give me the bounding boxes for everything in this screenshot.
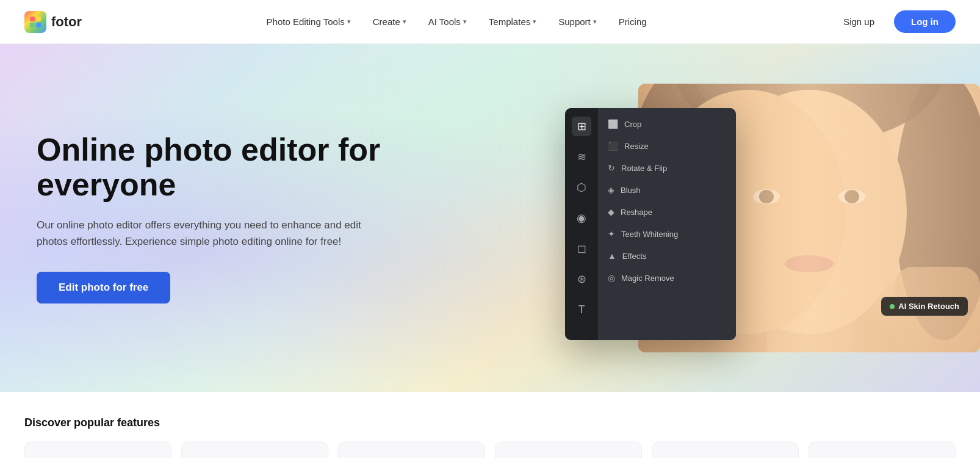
bottom-section: Discover popular features Create a desig… <box>0 392 980 458</box>
editor-mockup: AI Skin Retouch ⊞ ≋ ⬡ ◉ ◻ ⊛ T ⬜ Crop <box>565 84 980 352</box>
svg-point-11 <box>712 90 907 334</box>
feature-cards: Create a design Make a collage Enhance p… <box>24 442 956 458</box>
signup-button[interactable]: Sign up <box>831 11 887 32</box>
hero-subtitle: Our online photo editor offers everythin… <box>37 217 378 250</box>
resize-icon: ⬛ <box>608 141 618 151</box>
sidebar-grid-icon[interactable]: ⊞ <box>572 117 591 136</box>
sidebar-adjust-icon[interactable]: ≋ <box>572 147 591 167</box>
ai-skin-retouch-badge: AI Skin Retouch <box>881 297 968 316</box>
nav-photo-editing-tools[interactable]: Photo Editing Tools ▾ <box>258 12 359 32</box>
svg-point-17 <box>785 255 834 272</box>
feature-card-make-collage[interactable]: Make a collage <box>181 442 328 458</box>
reshape-icon: ◆ <box>608 207 614 217</box>
menu-item-effects[interactable]: ▲ Effects <box>598 245 736 267</box>
logo-text: fotor <box>51 14 82 30</box>
menu-label-teeth: Teeth Whitening <box>621 230 678 239</box>
svg-rect-1 <box>36 16 41 21</box>
menu-item-teeth[interactable]: ✦ Teeth Whitening <box>598 223 736 245</box>
magic-icon: ◎ <box>608 273 615 283</box>
hero-title: Online photo editor for everyone <box>37 133 403 202</box>
feature-card-remove-bg[interactable]: Remove background <box>495 442 642 458</box>
hero-image-area: AI Skin Retouch ⊞ ≋ ⬡ ◉ ◻ ⊛ T ⬜ Crop <box>553 44 980 392</box>
sidebar-beauty-icon[interactable]: ⬡ <box>572 178 591 197</box>
feature-card-ai-image-gen[interactable]: AI image generator <box>809 442 956 458</box>
nav-pricing[interactable]: Pricing <box>610 12 655 32</box>
rotate-icon: ↻ <box>608 163 615 173</box>
svg-rect-0 <box>30 16 35 21</box>
sidebar-eye-icon[interactable]: ◉ <box>572 208 591 228</box>
menu-label-crop: Crop <box>624 120 641 129</box>
menu-item-magic[interactable]: ◎ Magic Remove <box>598 267 736 289</box>
blush-icon: ◈ <box>608 185 614 195</box>
discover-title: Discover popular features <box>24 416 956 429</box>
teeth-icon: ✦ <box>608 229 615 239</box>
panel-menu: ⬜ Crop ⬛ Resize ↻ Rotate & Flip ◈ Blush <box>598 108 736 340</box>
edit-photo-cta-button[interactable]: Edit photo for free <box>37 272 170 304</box>
nav-create[interactable]: Create ▾ <box>364 12 415 32</box>
svg-point-14 <box>759 190 774 203</box>
menu-item-reshape[interactable]: ◆ Reshape <box>598 201 736 223</box>
menu-label-magic: Magic Remove <box>621 274 674 283</box>
ai-badge-label: AI Skin Retouch <box>898 302 959 311</box>
svg-point-13 <box>753 189 780 204</box>
nav-support[interactable]: Support ▾ <box>550 12 605 32</box>
nav-ai-tools[interactable]: AI Tools ▾ <box>420 12 475 32</box>
nav-templates[interactable]: Templates ▾ <box>480 12 545 32</box>
menu-label-resize: Resize <box>624 142 649 151</box>
menu-item-blush[interactable]: ◈ Blush <box>598 179 736 201</box>
feature-card-create-design[interactable]: Create a design <box>24 442 171 458</box>
chevron-down-icon: ▾ <box>347 18 351 26</box>
sidebar-text-icon[interactable]: T <box>572 300 591 319</box>
hero-content: Online photo editor for everyone Our onl… <box>0 96 439 341</box>
crop-icon: ⬜ <box>608 119 618 129</box>
chevron-down-icon: ▾ <box>593 18 597 26</box>
menu-label-effects: Effects <box>622 252 647 261</box>
editor-panel: ⊞ ≋ ⬡ ◉ ◻ ⊛ T ⬜ Crop ⬛ Resize <box>565 108 736 340</box>
login-button[interactable]: Log in <box>894 10 956 33</box>
svg-point-15 <box>838 189 865 204</box>
menu-item-rotate[interactable]: ↻ Rotate & Flip <box>598 157 736 179</box>
hero-section: Online photo editor for everyone Our onl… <box>0 44 980 392</box>
sidebar-frame-icon[interactable]: ◻ <box>572 239 591 258</box>
svg-rect-2 <box>30 23 35 27</box>
menu-label-reshape: Reshape <box>621 208 652 217</box>
nav-links: Photo Editing Tools ▾ Create ▾ AI Tools … <box>258 12 655 32</box>
ai-badge-indicator <box>890 304 895 309</box>
menu-item-resize[interactable]: ⬛ Resize <box>598 135 736 157</box>
menu-label-rotate: Rotate & Flip <box>621 164 667 173</box>
panel-sidebar: ⊞ ≋ ⬡ ◉ ◻ ⊛ T <box>565 108 598 340</box>
chevron-down-icon: ▾ <box>463 18 467 26</box>
navbar: fotor Photo Editing Tools ▾ Create ▾ AI … <box>0 0 980 44</box>
svg-rect-3 <box>36 23 41 27</box>
menu-label-blush: Blush <box>621 186 641 195</box>
svg-point-16 <box>845 190 859 203</box>
svg-rect-10 <box>766 291 852 352</box>
chevron-down-icon: ▾ <box>533 18 536 26</box>
feature-card-enhance-photo[interactable]: Enhance photo <box>338 442 485 458</box>
sidebar-people-icon[interactable]: ⊛ <box>572 269 591 289</box>
logo[interactable]: fotor <box>24 11 82 33</box>
nav-auth: Sign up Log in <box>831 10 956 33</box>
feature-card-photo-to-art[interactable]: Photo to art <box>652 442 799 458</box>
menu-item-crop[interactable]: ⬜ Crop <box>598 113 736 135</box>
effects-icon: ▲ <box>608 251 616 261</box>
logo-icon <box>24 11 46 33</box>
chevron-down-icon: ▾ <box>403 18 406 26</box>
